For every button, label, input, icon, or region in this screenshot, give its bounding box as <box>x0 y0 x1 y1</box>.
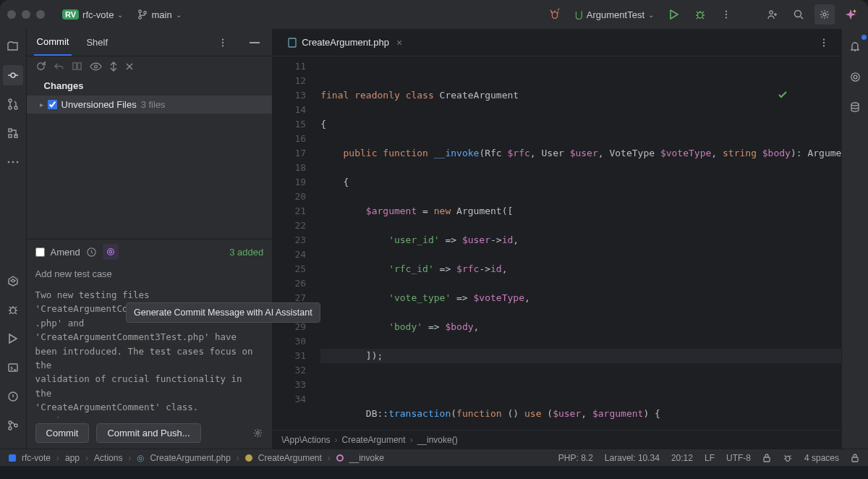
unversioned-files-item[interactable]: ▸ Unversioned Files 3 files <box>27 96 273 114</box>
project-tool-icon[interactable] <box>3 36 23 56</box>
svg-point-41 <box>823 41 825 43</box>
sb-path-1[interactable]: app <box>65 453 80 463</box>
diff-icon[interactable] <box>72 61 82 72</box>
debug-tool-icon[interactable] <box>3 300 23 320</box>
sb-path-4[interactable]: CreateArgument <box>258 453 322 463</box>
vcs-tool-icon[interactable] <box>3 415 23 436</box>
project-selector[interactable]: RV rfc-vote ⌄ <box>58 7 127 22</box>
commit-panel: Commit Shelf Changes ▸ Unversioned Files… <box>27 29 273 449</box>
group-by-icon[interactable] <box>109 62 118 72</box>
settings-icon[interactable] <box>814 4 835 25</box>
sb-encoding[interactable]: UTF-8 <box>726 453 751 463</box>
commit-message-subject[interactable] <box>27 264 273 284</box>
line-gutter[interactable]: 1112131415161718192021222324252627282930… <box>273 56 313 430</box>
database-icon[interactable] <box>845 97 865 117</box>
structure-tool-icon[interactable] <box>3 123 23 143</box>
show-diff-icon[interactable] <box>90 62 102 71</box>
collapse-icon[interactable] <box>125 62 134 71</box>
sb-indent[interactable]: 4 spaces <box>804 453 839 463</box>
ai-bug-icon[interactable] <box>545 4 565 25</box>
terminal-icon[interactable] <box>3 357 23 378</box>
project-icon[interactable] <box>9 454 16 462</box>
sb-path-2[interactable]: Actions <box>94 453 122 463</box>
bc-class: CreateArgument <box>342 435 406 445</box>
statusbar: rfc-vote › app › Actions › ◎ CreateArgum… <box>0 449 868 466</box>
svg-point-17 <box>7 161 9 164</box>
sb-php[interactable]: PHP: 8.2 <box>558 453 593 463</box>
code-area[interactable]: final readonly class CreateArgument { pu… <box>313 56 841 430</box>
sb-laravel[interactable]: Laravel: 10.34 <box>605 453 660 463</box>
sb-mem-icon[interactable] <box>851 453 859 462</box>
more-tool-icon[interactable] <box>3 152 23 172</box>
branch-selector[interactable]: main ⌄ <box>133 7 185 22</box>
unversioned-checkbox[interactable] <box>48 100 57 109</box>
inspection-ok-icon[interactable] <box>778 61 834 129</box>
run-config-selector[interactable]: ⋃ ArgumentTest ⌄ <box>571 7 658 22</box>
panel-minimize-icon[interactable] <box>244 33 265 53</box>
traffic-max[interactable] <box>36 10 45 19</box>
svg-rect-15 <box>9 135 12 137</box>
sb-path-3[interactable]: CreateArgument.php <box>150 453 230 463</box>
svg-point-9 <box>823 13 826 16</box>
bc-namespace: \App\Actions <box>281 435 330 445</box>
sb-path-5[interactable]: __invoke <box>349 453 384 463</box>
sb-path-0[interactable]: rfc-vote <box>22 453 51 463</box>
commit-and-push-button[interactable]: Commit and Push... <box>96 423 200 443</box>
editor-more-icon[interactable] <box>814 33 834 53</box>
history-icon[interactable] <box>86 247 97 258</box>
right-toolbar <box>841 29 868 449</box>
file-tab[interactable]: CreateArgument.php × <box>280 33 409 53</box>
notifications-icon[interactable] <box>845 36 865 56</box>
project-badge: RV <box>62 9 79 20</box>
window-controls[interactable] <box>7 10 45 19</box>
editor-breadcrumb[interactable]: \App\Actions › CreateArgument › __invoke… <box>273 430 841 449</box>
svg-point-18 <box>12 161 14 164</box>
titlebar: RV rfc-vote ⌄ main ⌄ ⋃ ArgumentTest ⌄ <box>0 0 868 29</box>
rollback-icon[interactable] <box>54 61 64 72</box>
problems-icon[interactable] <box>3 386 23 407</box>
added-count: 3 added <box>229 247 263 258</box>
branch-icon <box>137 9 148 20</box>
svg-marker-21 <box>11 279 15 282</box>
pull-requests-icon[interactable] <box>3 94 23 114</box>
tab-commit[interactable]: Commit <box>34 29 72 56</box>
svg-point-8 <box>795 11 801 17</box>
run-button[interactable] <box>664 4 684 25</box>
ai-assistant-icon[interactable] <box>841 4 861 25</box>
project-name: rfc-vote <box>82 9 114 20</box>
svg-rect-31 <box>250 42 260 43</box>
svg-point-2 <box>144 12 147 14</box>
svg-point-29 <box>222 41 224 43</box>
refresh-icon[interactable] <box>35 61 46 72</box>
debug-button[interactable] <box>690 4 710 25</box>
svg-rect-48 <box>852 457 858 462</box>
traffic-close[interactable] <box>7 10 16 19</box>
changes-header: Changes <box>27 76 273 96</box>
run-tool-icon[interactable] <box>3 328 23 349</box>
search-icon[interactable] <box>788 4 809 25</box>
svg-point-7 <box>770 11 773 14</box>
bc-function: __invoke() <box>417 435 458 445</box>
panel-options-icon[interactable] <box>213 33 233 53</box>
svg-point-1 <box>139 17 142 20</box>
amend-checkbox[interactable] <box>35 247 45 257</box>
services-icon[interactable] <box>3 271 23 291</box>
close-tab-icon[interactable]: × <box>396 37 402 48</box>
sb-linesep[interactable]: LF <box>705 453 715 463</box>
file-count: 3 files <box>141 99 166 110</box>
left-toolbar <box>0 29 27 449</box>
commit-tool-icon[interactable] <box>3 65 23 85</box>
tab-shelf[interactable]: Shelf <box>83 30 111 55</box>
ai-chat-icon[interactable] <box>845 67 865 87</box>
code-with-me-icon[interactable] <box>762 4 783 25</box>
commit-settings-icon[interactable] <box>252 428 263 438</box>
svg-point-42 <box>823 45 825 46</box>
more-icon[interactable] <box>716 4 736 25</box>
commit-button[interactable]: Commit <box>35 423 90 443</box>
ai-generate-message-button[interactable] <box>103 244 119 260</box>
sb-php-listen-icon[interactable] <box>783 453 793 463</box>
sb-pos[interactable]: 20:12 <box>671 453 693 463</box>
sb-readonly-icon[interactable] <box>762 453 771 462</box>
traffic-min[interactable] <box>22 10 30 19</box>
expand-arrow-icon[interactable]: ▸ <box>40 101 43 109</box>
